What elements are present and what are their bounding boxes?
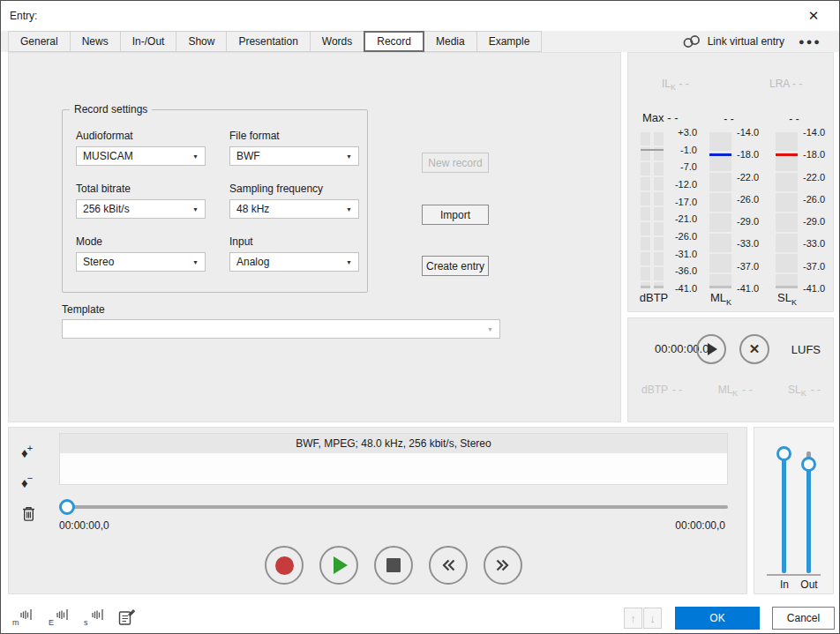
scale-tick: -26.0 (737, 195, 769, 204)
remove-marker-button[interactable]: ♦− (21, 470, 44, 493)
record-tab-panel: Record settings Audioformat MUSICAM ▼ Fi… (8, 52, 621, 422)
scale-tick: +3.0 (665, 128, 697, 137)
mlk-scale: -14.0-18.0-22.0-26.0-29.0-33.0-37.0-41.0 (737, 128, 769, 293)
scale-tick: -18.0 (737, 150, 769, 159)
loudness-meters-panel: ILK - - LRA - - Max - - - - - - +3.0-1.0… (627, 52, 834, 312)
in-label: In (772, 578, 797, 591)
scale-tick: -7.0 (665, 162, 697, 171)
lufs-play-button[interactable] (696, 334, 726, 364)
link-virtual-entry-button[interactable]: Link virtual entry (682, 34, 784, 48)
in-slider-handle[interactable] (776, 446, 791, 461)
tab[interactable]: Words (310, 31, 364, 52)
marker-m-button[interactable]: m (12, 607, 34, 628)
stop-button[interactable] (374, 546, 413, 585)
fast-forward-button[interactable] (484, 546, 522, 585)
setting-label: Sampling frequency (229, 183, 359, 195)
template-dropdown[interactable]: ▼ (62, 319, 500, 339)
tab[interactable]: In-/Out (120, 31, 177, 52)
template-label: Template (62, 303, 105, 316)
tab[interactable]: Record (364, 31, 424, 52)
tab[interactable]: Media (424, 31, 477, 52)
setting-field: File format BWF ▼ (229, 130, 359, 166)
link-virtual-entry-label: Link virtual entry (708, 35, 784, 48)
fast-forward-icon (492, 555, 514, 576)
edit-notes-button[interactable] (117, 607, 139, 628)
mlk-target-line (709, 153, 731, 156)
add-marker-button[interactable]: ♦+ (21, 440, 44, 463)
dropdown-value: 256 kBit/s (83, 203, 130, 215)
dbtp-max-readout: Max - - (642, 111, 678, 124)
lufs-measure-panel: 00:00:00.0 ✕ LUFS dBTP- - MLK- - SLK- - (627, 317, 834, 422)
setting-label: Audioformat (76, 130, 206, 142)
record-button[interactable] (265, 546, 304, 585)
tab[interactable]: General (8, 31, 71, 52)
close-button[interactable]: ✕ (800, 4, 827, 27)
create-entry-button[interactable]: Create entry (422, 256, 489, 276)
seek-bar[interactable] (59, 499, 728, 515)
chevron-down-icon: ▼ (487, 326, 493, 332)
dbtp-caption: dBTP (634, 291, 674, 304)
setting-label: Mode (76, 235, 206, 248)
link-icon (682, 34, 701, 48)
dropdown-value: Stereo (83, 256, 114, 268)
dialog-title: Entry: (10, 10, 37, 22)
inout-panel: In Out (754, 427, 834, 594)
play-button[interactable] (319, 546, 358, 585)
transport-controls (25, 546, 762, 585)
import-button[interactable]: Import (422, 205, 489, 225)
scale-tick: -26.0 (665, 232, 697, 241)
slk-meter-bar (776, 132, 798, 288)
setting-dropdown[interactable]: 48 kHz ▼ (229, 199, 359, 219)
rewind-button[interactable] (429, 546, 468, 585)
chevron-down-icon: ▼ (346, 153, 352, 160)
scale-tick: -17.0 (665, 198, 697, 206)
dbtp-meter-bars (641, 132, 664, 288)
tab[interactable]: Example (476, 31, 543, 52)
dismiss-icon: ✕ (749, 341, 761, 357)
move-down-button[interactable]: ↓ (643, 608, 662, 629)
seek-handle[interactable] (59, 499, 75, 515)
tab[interactable]: News (70, 31, 121, 52)
mlk-max-readout: - - (713, 113, 745, 125)
in-slider-track[interactable] (782, 451, 786, 573)
marker-s-letter: s (84, 618, 88, 627)
slk-scale: -14.0-18.0-22.0-26.0-29.0-33.0-37.0-41.0 (803, 128, 835, 293)
tab[interactable]: Show (176, 31, 227, 52)
total-time: 00:00:00,0 (675, 519, 725, 532)
setting-dropdown[interactable]: Analog ▼ (229, 252, 359, 272)
chevron-down-icon: ▼ (192, 153, 199, 160)
scale-tick: -36.0 (665, 266, 697, 275)
setting-dropdown[interactable]: Stereo ▼ (76, 252, 206, 272)
lufs-cancel-button[interactable]: ✕ (739, 334, 769, 364)
setting-label: Total bitrate (76, 183, 206, 195)
new-record-button[interactable]: New record (422, 153, 489, 173)
scale-tick: -14.0 (803, 128, 835, 137)
scale-tick: -37.0 (737, 262, 769, 271)
ok-button[interactable]: OK (675, 607, 760, 630)
scale-tick: -12.0 (665, 180, 697, 189)
out-slider-handle[interactable] (801, 457, 816, 472)
move-up-button[interactable]: ↑ (624, 608, 642, 629)
tab[interactable]: Presentation (226, 31, 310, 52)
more-options-button[interactable]: ●●● (799, 36, 821, 47)
delete-button[interactable] (21, 502, 44, 525)
dropdown-value: Analog (236, 256, 269, 268)
inout-baseline (767, 574, 821, 576)
setting-field: Input Analog ▼ (229, 235, 359, 272)
setting-dropdown[interactable]: MUSICAM ▼ (76, 146, 206, 166)
marker-e-button[interactable]: E (49, 607, 70, 628)
setting-field: Mode Stereo ▼ (76, 235, 206, 272)
cancel-button[interactable]: Cancel (772, 607, 835, 630)
chevron-down-icon: ▼ (346, 206, 352, 213)
play-icon (334, 556, 348, 574)
elapsed-time: 00:00:00,0 (59, 519, 109, 532)
dbtp-left-channel-bar (641, 132, 650, 288)
setting-dropdown[interactable]: 256 kBit/s ▼ (76, 199, 206, 219)
marker-s-button[interactable]: s (84, 607, 105, 628)
seek-track[interactable] (59, 505, 728, 509)
scale-tick: -1.0 (665, 145, 697, 154)
setting-field: Total bitrate 256 kBit/s ▼ (76, 183, 206, 219)
scale-tick: -37.0 (803, 262, 835, 271)
scale-tick: -29.0 (803, 217, 835, 226)
setting-dropdown[interactable]: BWF ▼ (229, 146, 359, 166)
